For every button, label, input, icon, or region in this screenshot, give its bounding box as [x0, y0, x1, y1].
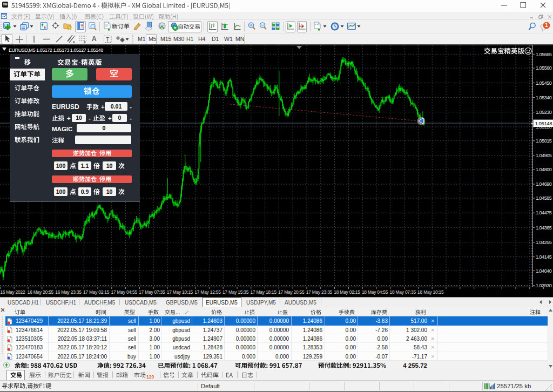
svg-text:1.05450: 1.05450 — [536, 80, 552, 86]
svg-text:1.04800: 1.04800 — [536, 167, 552, 172]
svg-text:T: T — [106, 36, 110, 43]
svg-text:1.04585: 1.04585 — [536, 195, 552, 201]
svg-text:EURUSD,M5 1.05172 1.05173 1.0: EURUSD,M5 1.05172 1.05173 1.05127 1.0514… — [9, 48, 103, 53]
svg-text:1.04255: 1.04255 — [536, 240, 552, 245]
svg-text:16 May 2022: 16 May 2022 — [0, 289, 25, 295]
svg-text:16 May 20:55: 16 May 20:55 — [28, 289, 54, 295]
svg-text:1.05665: 1.05665 — [536, 52, 552, 57]
svg-text:17 May 15:35: 17 May 15:35 — [222, 289, 249, 295]
svg-text:1.05230: 1.05230 — [536, 110, 552, 115]
svg-text:1.05015: 1.05015 — [536, 138, 552, 144]
svg-text:1.04690: 1.04690 — [536, 181, 552, 187]
svg-text:17 May 23:35: 17 May 23:35 — [306, 289, 333, 295]
svg-text:1.04040: 1.04040 — [536, 268, 552, 274]
svg-text:17 May 02:15: 17 May 02:15 — [83, 289, 110, 295]
svg-text:1: 1 — [545, 22, 548, 28]
svg-text:1.05340: 1.05340 — [536, 95, 552, 100]
svg-text:1.04365: 1.04365 — [536, 225, 552, 231]
svg-text:17 May 18:15: 17 May 18:15 — [251, 289, 277, 295]
svg-text:1.04905: 1.04905 — [536, 153, 552, 158]
svg-text:1.04145: 1.04145 — [536, 254, 552, 260]
svg-text:17 May 20:55: 17 May 20:55 — [278, 289, 305, 295]
svg-text:17 May 12:55: 17 May 12:55 — [194, 289, 221, 295]
svg-text:1.05560: 1.05560 — [536, 65, 552, 71]
svg-text:17 May 04:55: 17 May 04:55 — [111, 289, 138, 295]
svg-text:17 May 10:15: 17 May 10:15 — [167, 289, 193, 295]
svg-text:17 May 07:35: 17 May 07:35 — [139, 289, 165, 295]
svg-text:E: E — [73, 40, 75, 44]
svg-text:18 May 04:55: 18 May 04:55 — [362, 289, 388, 295]
svg-text:F: F — [84, 40, 86, 44]
svg-text:1.04475: 1.04475 — [536, 210, 552, 215]
svg-text:18 May 02:15: 18 May 02:15 — [334, 289, 360, 295]
svg-text:18 May 10:15: 18 May 10:15 — [417, 289, 444, 295]
svg-text:1.05148: 1.05148 — [535, 120, 552, 126]
svg-text:16 May 23:35: 16 May 23:35 — [55, 289, 82, 295]
svg-text:18 May 07:35: 18 May 07:35 — [390, 289, 416, 295]
